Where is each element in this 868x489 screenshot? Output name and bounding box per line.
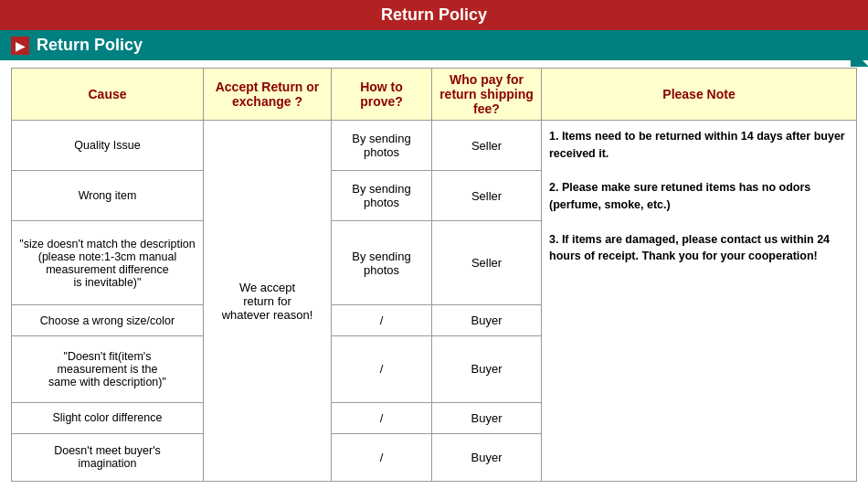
who-pay-cell: Buyer xyxy=(432,402,542,433)
top-title-bar: Return Policy xyxy=(0,0,868,30)
cause-cell: Slight color difference xyxy=(12,402,204,433)
who-pay-cell: Buyer xyxy=(432,336,542,402)
section-header-title: Return Policy xyxy=(37,36,143,55)
how-to-prove-cell: / xyxy=(332,433,432,481)
who-pay-cell: Buyer xyxy=(432,305,542,336)
cause-cell: Doesn't meet buyer's imagination xyxy=(12,433,204,481)
how-to-prove-cell: / xyxy=(332,336,432,402)
who-pay-cell: Seller xyxy=(432,171,542,221)
how-to-prove-cell: By sending photos xyxy=(332,121,432,171)
page-wrapper: Return Policy ▶ Return Policy Cause Acce… xyxy=(0,0,868,489)
top-title-text: Return Policy xyxy=(381,5,487,24)
accept-return-cell: We accept return for whatever reason! xyxy=(204,121,332,482)
please-note-cell: 1. Items need to be returned within 14 d… xyxy=(542,121,857,482)
header-how-to-prove: How to prove? xyxy=(332,69,432,121)
header-who-pay: Who pay for return shipping fee? xyxy=(432,69,542,121)
header-cause: Cause xyxy=(12,69,204,121)
section-header: ▶ Return Policy xyxy=(0,30,868,60)
cause-cell: Wrong item xyxy=(12,171,204,221)
how-to-prove-cell: By sending photos xyxy=(332,221,432,305)
header-please-note: Please Note xyxy=(542,69,857,121)
who-pay-cell: Buyer xyxy=(432,433,542,481)
how-to-prove-cell: By sending photos xyxy=(332,171,432,221)
cause-cell: Quality Issue xyxy=(12,121,204,171)
cause-cell: "size doesn't match the description (ple… xyxy=(12,221,204,305)
how-to-prove-cell: / xyxy=(332,305,432,336)
table-header-row: Cause Accept Return or exchange ? How to… xyxy=(12,69,857,121)
how-to-prove-cell: / xyxy=(332,402,432,433)
cause-cell: Choose a wrong size/color xyxy=(12,305,204,336)
return-policy-table: Cause Accept Return or exchange ? How to… xyxy=(11,68,857,482)
who-pay-cell: Seller xyxy=(432,121,542,171)
main-content: Cause Accept Return or exchange ? How to… xyxy=(0,60,868,489)
who-pay-cell: Seller xyxy=(432,221,542,305)
cause-cell: "Doesn't fit(item's measurement is the s… xyxy=(12,336,204,402)
table-row: Quality IssueWe accept return for whatev… xyxy=(12,121,857,171)
section-header-icon: ▶ xyxy=(11,37,29,55)
header-accept-return: Accept Return or exchange ? xyxy=(204,69,332,121)
